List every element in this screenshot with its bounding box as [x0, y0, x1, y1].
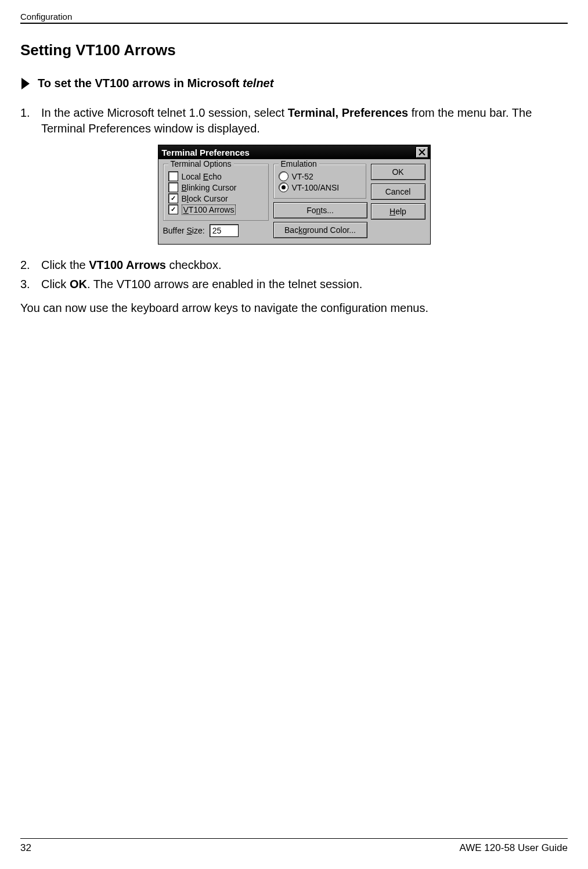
footer-rule — [20, 838, 568, 839]
group-legend: Terminal Options — [168, 159, 234, 168]
terminal-options-group: Terminal Options Local Echo Blinking Cur… — [163, 164, 269, 221]
dialog-title: Terminal Preferences — [162, 148, 250, 157]
radio-icon — [279, 171, 288, 181]
col-mid: Emulation VT-52 VT-100/ANSI Fonts... — [273, 164, 366, 239]
task-italic: telnet — [243, 77, 273, 89]
dialog-titlebar: Terminal Preferences — [158, 145, 430, 159]
step-1: 1. In the active Microsoft telnet 1.0 se… — [20, 105, 568, 137]
radio-icon — [279, 182, 288, 192]
text-bold: Terminal, Preferences — [288, 106, 409, 119]
step-body: Click OK. The VT100 arrows are enabled i… — [41, 276, 568, 292]
section-title: Setting VT100 Arrows — [20, 41, 568, 59]
option-label: VT-100/ANSI — [292, 183, 340, 192]
button-label: Help — [389, 207, 406, 216]
step-number: 1. — [20, 105, 33, 137]
task-prefix: To set the VT100 arrows in Microsoft — [38, 77, 243, 89]
checkbox-icon — [168, 171, 178, 181]
step-body: In the active Microsoft telnet 1.0 sessi… — [41, 105, 568, 137]
col-left: Terminal Options Local Echo Blinking Cur… — [163, 164, 269, 239]
text: Click the — [41, 258, 89, 271]
step-number: 3. — [20, 276, 33, 292]
vt100-ansi-radio[interactable]: VT-100/ANSI — [279, 182, 361, 192]
text: Click — [41, 278, 70, 290]
blinking-cursor-option[interactable]: Blinking Cursor — [168, 182, 264, 192]
dialog-body: Terminal Options Local Echo Blinking Cur… — [158, 159, 430, 244]
task-heading: To set the VT100 arrows in Microsoft tel… — [20, 77, 568, 90]
running-header: Configuration — [20, 12, 568, 21]
step-2: 2. Click the VT100 Arrows checkbox. — [20, 257, 568, 273]
col-right: OK Cancel Help — [371, 164, 425, 239]
text-bold: OK — [70, 278, 87, 290]
step-number: 2. — [20, 257, 33, 273]
vt52-radio[interactable]: VT-52 — [279, 171, 361, 181]
footer: 32 AWE 120-58 User Guide — [20, 838, 568, 854]
button-label: Fonts... — [306, 206, 334, 215]
svg-marker-0 — [21, 78, 30, 89]
task-text: To set the VT100 arrows in Microsoft tel… — [38, 77, 273, 90]
step-3: 3. Click OK. The VT100 arrows are enable… — [20, 276, 568, 292]
button-label: Background Color... — [284, 225, 356, 235]
text: checkbox. — [166, 258, 222, 271]
header-rule — [20, 23, 568, 24]
option-label: Block Cursor — [182, 194, 228, 203]
close-button[interactable] — [416, 146, 428, 158]
buffer-label: Buffer Size: — [163, 226, 205, 235]
buffer-size-row: Buffer Size: 25 — [163, 224, 269, 237]
option-label: VT-52 — [292, 172, 313, 181]
background-color-button[interactable]: Background Color... — [273, 222, 367, 238]
vt100-arrows-option[interactable]: ✓ VT100 Arrows — [168, 204, 264, 214]
block-cursor-option[interactable]: ✓ Block Cursor — [168, 193, 264, 203]
text: In the active Microsoft telnet 1.0 sessi… — [41, 106, 288, 119]
step-body: Click the VT100 Arrows checkbox. — [41, 257, 568, 273]
text-bold: VT100 Arrows — [89, 258, 166, 271]
text: . The VT100 arrows are enabled in the te… — [87, 278, 362, 290]
terminal-preferences-dialog: Terminal Preferences Terminal Options Lo… — [158, 145, 431, 245]
checkbox-icon: ✓ — [168, 204, 178, 214]
steps-list: 1. In the active Microsoft telnet 1.0 se… — [20, 105, 568, 137]
checkbox-icon: ✓ — [168, 193, 178, 203]
guide-title: AWE 120-58 User Guide — [460, 842, 568, 854]
option-label: VT100 Arrows — [182, 205, 236, 214]
cancel-button[interactable]: Cancel — [371, 184, 425, 200]
emulation-group: Emulation VT-52 VT-100/ANSI — [273, 164, 366, 199]
close-icon — [419, 148, 425, 157]
ok-button[interactable]: OK — [371, 164, 425, 180]
procedure-arrow-icon — [20, 77, 31, 90]
closing-paragraph: You can now use the keyboard arrow keys … — [20, 300, 568, 316]
option-label: Blinking Cursor — [182, 183, 237, 192]
button-label: OK — [392, 167, 403, 177]
page-number: 32 — [20, 842, 31, 854]
option-label: Local Echo — [182, 172, 222, 181]
fonts-button[interactable]: Fonts... — [273, 202, 367, 218]
steps-list-2: 2. Click the VT100 Arrows checkbox. 3. C… — [20, 257, 568, 292]
help-button[interactable]: Help — [371, 203, 425, 220]
group-legend: Emulation — [279, 159, 319, 168]
buffer-size-input[interactable]: 25 — [210, 224, 239, 237]
screenshot-wrap: Terminal Preferences Terminal Options Lo… — [20, 145, 568, 245]
checkbox-icon — [168, 182, 178, 192]
button-label: Cancel — [385, 187, 411, 196]
local-echo-option[interactable]: Local Echo — [168, 171, 264, 181]
